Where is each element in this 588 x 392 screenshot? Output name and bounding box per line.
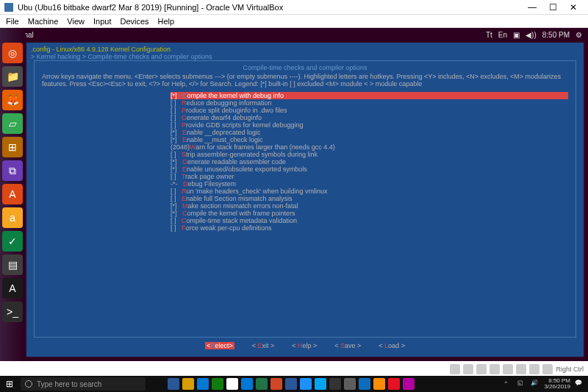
vb-host-key: Right Ctrl [556, 366, 584, 373]
taskbar-app-8[interactable] [285, 378, 297, 390]
vb-display-icon[interactable] [516, 364, 526, 374]
vm-display[interactable]: Terminal Tt En ▣ ◀)) 8:50 PM ⚙ ◎📁🦊▱⊞⧉Aa✓… [0, 28, 588, 361]
ubuntu-topbar: Terminal Tt En ▣ ◀)) 8:50 PM ⚙ [0, 28, 588, 41]
config-path-2: > Kernel hacking > Compile-time checks a… [31, 53, 579, 60]
taskbar-app-0[interactable] [168, 378, 179, 390]
menuconfig-elp-button[interactable]: < Help > [292, 342, 317, 349]
config-option[interactable]: (2048)Warn for stack frames larger than … [171, 143, 568, 151]
search-placeholder: Type here to search [37, 380, 101, 388]
minimize-button[interactable]: — [522, 2, 542, 13]
taskbar-app-5[interactable] [241, 378, 253, 390]
launcher-item-9[interactable]: ▤ [2, 254, 23, 275]
window-title: Ubu (Ubu16 bitbake dwarf2 Mar 8 2019) [R… [18, 3, 522, 12]
taskbar-app-14[interactable] [373, 378, 385, 390]
menu-view[interactable]: View [67, 17, 85, 26]
config-option[interactable]: [*] Enable __must_check logic [171, 136, 568, 143]
tray-vol-icon[interactable]: 🔊 [531, 379, 539, 388]
menuconfig-oad-button[interactable]: < Load > [379, 342, 405, 349]
config-option[interactable]: [*] Enable unused/obsolete exported symb… [171, 165, 568, 173]
tray-net-icon[interactable]: ◱ [517, 379, 526, 388]
vb-rec-icon[interactable] [529, 364, 539, 374]
taskbar-app-2[interactable] [197, 378, 209, 390]
config-option[interactable]: [ ] Produce split debuginfo in .dwo file… [171, 107, 568, 114]
config-option[interactable]: [*] Generate readable assembler code [171, 158, 568, 165]
config-option[interactable]: [*] Enable __deprecated logic [171, 129, 568, 136]
taskbar-app-11[interactable] [329, 378, 341, 390]
virtualbox-menubar: File Machine View Input Devices Help [0, 15, 588, 28]
taskbar-app-13[interactable] [359, 378, 370, 390]
virtualbox-titlebar: Ubu (Ubu16 bitbake dwarf2 Mar 8 2019) [R… [0, 0, 588, 15]
config-option[interactable]: [ ] Compile-time stack metadata validati… [171, 217, 568, 224]
menu-file[interactable]: File [6, 17, 19, 26]
config-option[interactable]: [ ] Reduce debugging information [171, 99, 568, 107]
config-option[interactable]: [*] Compile the kernel with debug info [171, 92, 568, 99]
vb-shared-icon[interactable] [503, 364, 513, 374]
launcher-item-7[interactable]: a [2, 207, 23, 228]
vb-usb-icon[interactable] [490, 364, 500, 374]
menu-machine[interactable]: Machine [28, 17, 59, 26]
indicator-network-icon[interactable]: ▣ [513, 31, 520, 39]
launcher-item-11[interactable]: >_ [2, 302, 23, 322]
indicator-system-icon[interactable]: ⚙ [576, 31, 582, 39]
indicator-clock[interactable]: 8:50 PM [542, 31, 570, 39]
menuconfig[interactable]: .config - Linux/x86 4.9.128 Kernel Confi… [26, 43, 584, 357]
vb-hdd-icon[interactable] [450, 364, 460, 374]
launcher-item-1[interactable]: 📁 [2, 66, 23, 87]
indicator-keyboard[interactable]: Tt [486, 31, 492, 39]
tray-icon[interactable]: ^ [504, 379, 513, 388]
launcher-item-4[interactable]: ⊞ [2, 137, 23, 157]
menuconfig-items[interactable]: [*] Compile the kernel with debug info[ … [171, 92, 568, 232]
config-option[interactable]: [ ] Strip assembler-generated symbols du… [171, 151, 568, 158]
menuconfig-xit-button[interactable]: < Exit > [252, 342, 275, 349]
launcher-item-3[interactable]: ▱ [2, 113, 23, 134]
taskbar-clock[interactable]: 8:50 PM 3/26/2019 [544, 378, 570, 390]
launcher-item-2[interactable]: 🦊 [2, 90, 23, 110]
config-option[interactable]: [ ] Run 'make headers_check' when buildi… [171, 188, 568, 195]
vb-cd-icon[interactable] [463, 364, 473, 374]
menu-devices[interactable]: Devices [120, 17, 148, 26]
config-option[interactable]: [*] Make section mismatch errors non-fat… [171, 202, 568, 210]
action-center-icon[interactable]: 💬 [575, 379, 584, 388]
taskbar-app-12[interactable] [344, 378, 356, 390]
taskbar-app-4[interactable] [226, 378, 238, 390]
vb-net-icon[interactable] [476, 364, 487, 374]
launcher-item-10[interactable]: A [2, 278, 23, 299]
config-option[interactable]: [ ] Generate dwarf4 debuginfo [171, 114, 568, 121]
menu-help[interactable]: Help [158, 17, 175, 26]
taskbar-apps [168, 378, 415, 390]
menuconfig-ave-button[interactable]: < Save > [334, 342, 361, 349]
close-button[interactable]: ✕ [563, 2, 584, 13]
taskbar-app-3[interactable] [212, 378, 223, 390]
config-option[interactable]: -*- Debug Filesystem [171, 180, 568, 188]
start-button[interactable]: ⊞ [0, 376, 19, 392]
windows-taskbar: ⊞ Type here to search ^ ◱ 🔊 8:50 PM 3/26… [0, 376, 588, 392]
taskbar-app-6[interactable] [256, 378, 268, 390]
indicator-lang[interactable]: En [498, 31, 507, 39]
maximize-button[interactable]: ☐ [542, 2, 563, 13]
launcher-item-8[interactable]: ✓ [2, 231, 23, 252]
menuconfig-help: Arrow keys navigate the menu. <Enter> se… [42, 73, 568, 88]
config-option[interactable]: [ ] Provide GDB scripts for kernel debug… [171, 121, 568, 129]
taskbar-app-9[interactable] [300, 378, 312, 390]
indicator-sound-icon[interactable]: ◀)) [526, 31, 537, 39]
taskbar-app-7[interactable] [270, 378, 282, 390]
launcher-item-6[interactable]: A [2, 184, 23, 204]
menuconfig-body: Compile-time checks and compiler options… [34, 60, 576, 338]
launcher-item-0[interactable]: ◎ [2, 43, 23, 63]
menu-input[interactable]: Input [93, 17, 111, 26]
menuconfig-buttons[interactable]: <Select>< Exit >< Help >< Save >< Load > [31, 338, 579, 354]
taskbar-app-16[interactable] [403, 378, 415, 390]
terminal-window[interactable]: .config - Linux/x86 4.9.128 Kernel Confi… [25, 41, 585, 358]
config-option[interactable]: [ ] Track page owner [171, 173, 568, 180]
config-option[interactable]: [ ] Enable full Section mismatch analysi… [171, 195, 568, 202]
config-option[interactable]: [ ] Force weak per-cpu definitions [171, 224, 568, 232]
search-box[interactable]: Type here to search [21, 377, 146, 391]
config-option[interactable]: [*] Compile the kernel with frame pointe… [171, 210, 568, 217]
menuconfig-elect-button[interactable]: <Select> [205, 342, 234, 349]
vb-mouse-icon[interactable] [542, 364, 553, 374]
taskbar-app-1[interactable] [182, 378, 194, 390]
taskbar-app-15[interactable] [388, 378, 400, 390]
taskbar-app-10[interactable] [315, 378, 326, 390]
unity-launcher: ◎📁🦊▱⊞⧉Aa✓▤A>_ [0, 28, 25, 361]
launcher-item-5[interactable]: ⧉ [2, 160, 23, 181]
